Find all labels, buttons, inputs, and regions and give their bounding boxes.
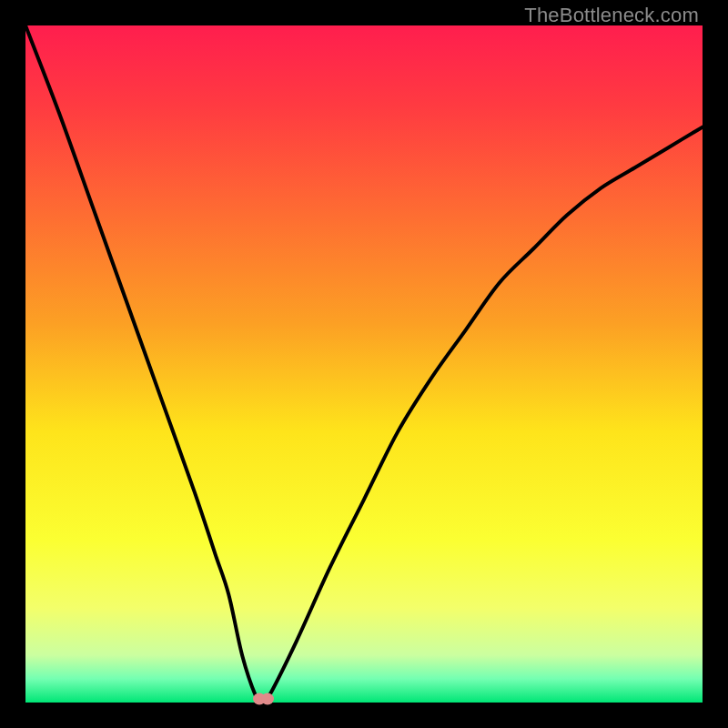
gradient-background xyxy=(25,25,703,703)
watermark-text: TheBottleneck.com xyxy=(524,4,699,27)
chart-frame xyxy=(25,25,703,703)
svg-rect-0 xyxy=(25,25,703,703)
